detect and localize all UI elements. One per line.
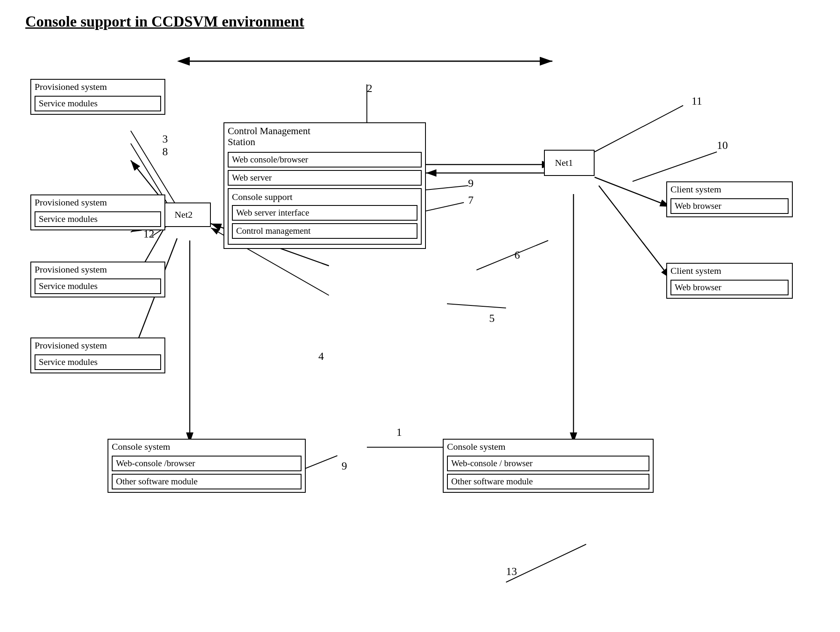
svg-line-21 bbox=[426, 203, 464, 211]
label-3: 3 bbox=[162, 133, 168, 146]
net2-label: Net2 bbox=[171, 208, 204, 222]
net1-label: Net1 bbox=[552, 156, 587, 170]
console-system-left: Console system Web-console /browser Othe… bbox=[108, 439, 306, 493]
svg-line-26 bbox=[633, 152, 717, 181]
label-6: 6 bbox=[514, 249, 520, 262]
client2-label: Client system bbox=[667, 264, 792, 278]
label-9a: 9 bbox=[468, 177, 474, 190]
client2-inner: Web browser bbox=[670, 280, 789, 295]
label-13: 13 bbox=[506, 565, 517, 578]
label-12: 12 bbox=[143, 228, 154, 240]
provisioned-system-2: Provisioned system Service modules bbox=[30, 194, 165, 230]
client-system-2: Client system Web browser bbox=[666, 263, 793, 299]
label-4: 4 bbox=[318, 350, 324, 363]
prov4-inner: Service modules bbox=[35, 354, 161, 370]
console-left-other: Other software module bbox=[112, 474, 302, 489]
label-10: 10 bbox=[717, 139, 728, 152]
prov3-inner: Service modules bbox=[35, 278, 161, 294]
svg-line-19 bbox=[506, 544, 586, 582]
cms-webconsole: Web console/browser bbox=[228, 152, 422, 167]
label-2: 2 bbox=[367, 82, 372, 95]
client1-inner: Web browser bbox=[670, 198, 789, 214]
label-11: 11 bbox=[692, 95, 702, 108]
page-title: Console support in CCDSVM environment bbox=[25, 13, 304, 30]
prov1-inner: Service modules bbox=[35, 96, 161, 111]
client1-label: Client system bbox=[667, 182, 792, 197]
label-5: 5 bbox=[489, 312, 495, 325]
client-system-1: Client system Web browser bbox=[666, 181, 793, 217]
svg-line-22 bbox=[426, 186, 468, 190]
svg-line-25 bbox=[595, 105, 683, 152]
cms-webserverif: Web server interface bbox=[232, 205, 417, 221]
net1-box: Net1 bbox=[544, 150, 595, 176]
prov2-inner: Service modules bbox=[35, 211, 161, 227]
svg-line-24 bbox=[447, 304, 506, 308]
console-right-label: Console system bbox=[444, 440, 653, 454]
provisioned-system-3: Provisioned system Service modules bbox=[30, 262, 165, 297]
prov3-label: Provisioned system bbox=[31, 262, 164, 277]
cms-consolesupport-label: Console support bbox=[229, 191, 421, 203]
label-1: 1 bbox=[396, 426, 402, 439]
prov2-label: Provisioned system bbox=[31, 195, 164, 210]
console-right-webconsole: Web-console / browser bbox=[447, 456, 649, 471]
console-left-webconsole: Web-console /browser bbox=[112, 456, 302, 471]
prov1-label: Provisioned system bbox=[31, 80, 164, 94]
cms-webserver: Web server bbox=[228, 170, 422, 186]
svg-line-13 bbox=[599, 186, 670, 278]
cms-box: Control ManagementStation Web console/br… bbox=[223, 122, 426, 249]
svg-line-12 bbox=[595, 177, 670, 207]
provisioned-system-1: Provisioned system Service modules bbox=[30, 79, 165, 115]
console-system-right: Console system Web-console / browser Oth… bbox=[443, 439, 654, 493]
console-left-label: Console system bbox=[108, 440, 305, 454]
label-8: 8 bbox=[162, 146, 168, 158]
cms-label: Control ManagementStation bbox=[224, 123, 425, 150]
label-7: 7 bbox=[468, 194, 474, 207]
prov4-label: Provisioned system bbox=[31, 338, 164, 353]
net2-box: Net2 bbox=[164, 203, 211, 227]
cms-controlmgmt: Control management bbox=[232, 223, 417, 239]
provisioned-system-4: Provisioned system Service modules bbox=[30, 338, 165, 373]
console-right-other: Other software module bbox=[447, 474, 649, 489]
svg-line-23 bbox=[477, 240, 548, 270]
label-9b: 9 bbox=[342, 460, 347, 473]
